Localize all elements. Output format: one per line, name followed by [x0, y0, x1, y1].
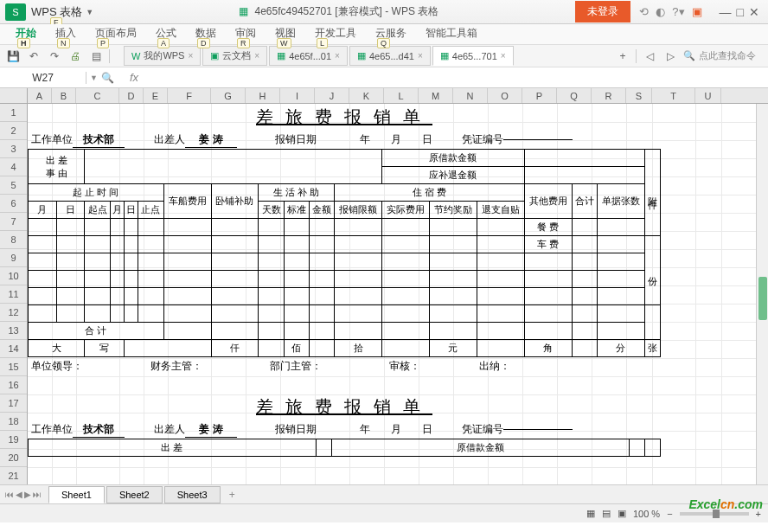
minimize-button[interactable]: —	[720, 5, 732, 19]
save-icon[interactable]: 💾	[5, 48, 21, 64]
col-header-A[interactable]: A	[28, 88, 52, 103]
doc-tab-0[interactable]: W我的WPS×	[124, 46, 201, 66]
col-header-F[interactable]: F	[168, 88, 211, 103]
close-button[interactable]: ✕	[749, 5, 759, 19]
close-icon[interactable]: ×	[335, 51, 340, 61]
row-header-17[interactable]: 17	[0, 394, 27, 413]
cell-ref-dropdown[interactable]: ▼	[86, 74, 101, 82]
row-header-5[interactable]: 5	[0, 176, 27, 195]
col-header-D[interactable]: D	[119, 88, 144, 103]
cell-reference-box[interactable]: W27	[0, 72, 86, 84]
row-header-19[interactable]: 19	[0, 431, 27, 449]
col-header-M[interactable]: M	[419, 88, 453, 103]
fx-label[interactable]: fx	[121, 71, 147, 84]
row-header-6[interactable]: 6	[0, 195, 27, 213]
row-header-15[interactable]: 15	[0, 358, 27, 376]
help-icon[interactable]: ?▾	[672, 5, 684, 18]
preview-icon[interactable]: ▤	[88, 48, 104, 64]
row-header-13[interactable]: 13	[0, 322, 27, 340]
row-header-14[interactable]: 14	[0, 340, 27, 358]
new-tab-button[interactable]: +	[615, 48, 630, 64]
close-icon[interactable]: ×	[254, 51, 259, 61]
print-icon[interactable]: 🖨	[67, 48, 83, 64]
next-tab-icon[interactable]: ▷	[662, 48, 678, 64]
row-header-20[interactable]: 20	[0, 449, 27, 467]
ribbon-toggle-icon[interactable]: ▣	[692, 5, 702, 18]
menu-tab-4[interactable]: 数据D	[194, 22, 218, 44]
sheet-next-icon[interactable]: ▶	[24, 490, 31, 499]
zoom-level[interactable]: 100 %	[633, 509, 660, 519]
col-header-P[interactable]: P	[522, 88, 557, 103]
skin-icon[interactable]: ◐	[656, 5, 665, 18]
close-icon[interactable]: ×	[501, 51, 506, 61]
menu-tab-0[interactable]: 开始H	[14, 22, 38, 44]
menu-tab-5[interactable]: 审阅R	[234, 22, 258, 44]
menu-tab-1[interactable]: 插入N	[54, 22, 78, 44]
sheet-tab-Sheet2[interactable]: Sheet2	[106, 486, 163, 503]
doc-tab-1[interactable]: ▣云文档×	[202, 46, 267, 66]
menu-tab-9[interactable]: 智能工具箱	[424, 22, 479, 44]
row-header-2[interactable]: 2	[0, 122, 27, 140]
sheet-prev-icon[interactable]: ◀	[16, 490, 22, 499]
formula-input[interactable]	[147, 72, 768, 84]
close-icon[interactable]: ×	[418, 51, 423, 61]
view-normal-icon[interactable]: ▦	[586, 508, 595, 519]
zoom-slider[interactable]	[680, 512, 749, 516]
row-header-18[interactable]: 18	[0, 413, 27, 431]
col-header-E[interactable]: E	[144, 88, 168, 103]
row-header-1[interactable]: 1	[0, 104, 27, 122]
row-header-16[interactable]: 16	[0, 376, 27, 394]
row-header-3[interactable]: 3	[0, 140, 27, 158]
app-menu-dropdown[interactable]: ▼	[86, 8, 93, 16]
add-sheet-button[interactable]: +	[222, 486, 242, 503]
row-header-4[interactable]: 4	[0, 158, 27, 176]
row-header-10[interactable]: 10	[0, 267, 27, 285]
undo-icon[interactable]: ↶	[26, 48, 42, 64]
row-header-8[interactable]: 8	[0, 231, 27, 249]
prev-tab-icon[interactable]: ◁	[642, 48, 657, 64]
row-header-9[interactable]: 9	[0, 249, 27, 267]
col-header-O[interactable]: O	[488, 88, 522, 103]
col-header-Q[interactable]: Q	[557, 88, 592, 103]
col-header-J[interactable]: J	[315, 88, 349, 103]
menu-tab-6[interactable]: 视图W	[273, 22, 298, 44]
vertical-scrollbar[interactable]	[756, 104, 768, 484]
fx-search-icon[interactable]: 🔍	[101, 72, 114, 84]
doc-tab-3[interactable]: ▦4e65...d41×	[349, 46, 431, 66]
sheet-last-icon[interactable]: ⏭	[33, 490, 42, 499]
col-header-S[interactable]: S	[626, 88, 652, 103]
col-header-H[interactable]: H	[246, 88, 280, 103]
zoom-out-button[interactable]: −	[667, 509, 672, 519]
sync-icon[interactable]: ⟲	[639, 5, 649, 18]
sheet-tab-Sheet1[interactable]: Sheet1	[48, 486, 105, 503]
menu-tab-3[interactable]: 公式A	[154, 22, 178, 44]
close-icon[interactable]: ×	[188, 51, 193, 61]
col-header-N[interactable]: N	[453, 88, 488, 103]
menu-tab-8[interactable]: 云服务Q	[374, 22, 408, 44]
doc-tab-4[interactable]: ▦4e65...701×	[432, 46, 514, 66]
redo-icon[interactable]: ↷	[47, 48, 62, 64]
maximize-button[interactable]: □	[737, 5, 744, 19]
row-header-11[interactable]: 11	[0, 285, 27, 304]
login-button[interactable]: 未登录	[575, 1, 630, 22]
col-header-U[interactable]: U	[695, 88, 721, 103]
col-header-R[interactable]: R	[592, 88, 626, 103]
row-header-21[interactable]: 21	[0, 467, 27, 484]
sheet-first-icon[interactable]: ⏮	[5, 490, 14, 499]
col-header-T[interactable]: T	[652, 88, 695, 103]
menu-tab-2[interactable]: 页面布局P	[93, 22, 138, 44]
command-search[interactable]: 🔍 点此查找命令	[683, 49, 763, 62]
scrollbar-thumb[interactable]	[758, 277, 767, 320]
menu-tab-7[interactable]: 开发工具L	[313, 22, 358, 44]
col-header-I[interactable]: I	[280, 88, 315, 103]
row-header-12[interactable]: 12	[0, 304, 27, 322]
view-break-icon[interactable]: ▣	[618, 508, 626, 519]
col-header-L[interactable]: L	[384, 88, 419, 103]
sheet-tab-Sheet3[interactable]: Sheet3	[164, 486, 221, 503]
select-all-corner[interactable]	[0, 88, 28, 103]
col-header-B[interactable]: B	[52, 88, 76, 103]
col-header-C[interactable]: C	[76, 88, 119, 103]
doc-tab-2[interactable]: ▦4e65f...01×	[269, 46, 348, 66]
row-header-7[interactable]: 7	[0, 213, 27, 231]
view-layout-icon[interactable]: ▤	[602, 508, 611, 519]
